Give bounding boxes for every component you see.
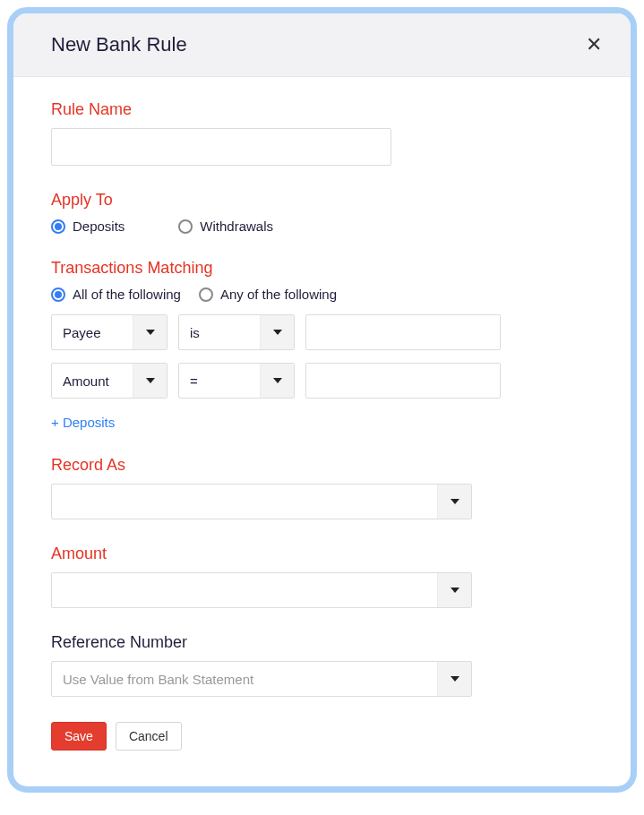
radio-selected-icon bbox=[51, 287, 65, 302]
caret-button bbox=[437, 662, 471, 696]
chevron-down-icon bbox=[146, 378, 155, 383]
criteria-value-input[interactable] bbox=[305, 314, 501, 350]
match-any-radio[interactable]: Any of the following bbox=[199, 287, 337, 302]
match-any-label: Any of the following bbox=[220, 287, 337, 302]
criteria-operator-value: is bbox=[179, 325, 260, 340]
criteria-value-input[interactable] bbox=[305, 363, 501, 399]
rule-name-input[interactable] bbox=[51, 128, 391, 166]
record-as-section: Record As bbox=[51, 456, 593, 519]
chevron-down-icon bbox=[451, 588, 459, 593]
reference-value: Use Value from Bank Statement bbox=[52, 672, 437, 687]
record-as-label: Record As bbox=[51, 456, 593, 475]
match-all-label: All of the following bbox=[73, 287, 181, 302]
criteria-operator-select[interactable]: is bbox=[178, 314, 295, 350]
add-criteria-link[interactable]: + Deposits bbox=[51, 415, 115, 430]
modal-title: New Bank Rule bbox=[51, 33, 187, 56]
criteria-operator-value: = bbox=[179, 373, 260, 389]
modal-body: Rule Name Apply To Deposits Withdrawals … bbox=[13, 77, 631, 786]
button-row: Save Cancel bbox=[51, 722, 593, 751]
apply-to-label: Apply To bbox=[51, 191, 593, 210]
apply-to-deposits-label: Deposits bbox=[73, 219, 125, 234]
reference-select[interactable]: Use Value from Bank Statement bbox=[51, 661, 472, 697]
amount-section: Amount bbox=[51, 545, 593, 608]
radio-unselected-icon bbox=[199, 287, 213, 302]
criteria-operator-select[interactable]: = bbox=[178, 363, 295, 399]
apply-to-deposits-radio[interactable]: Deposits bbox=[51, 219, 125, 234]
chevron-down-icon bbox=[451, 499, 459, 504]
transactions-section: Transactions Matching All of the followi… bbox=[51, 259, 593, 431]
amount-select[interactable] bbox=[51, 572, 472, 608]
caret-button bbox=[437, 485, 471, 519]
rule-name-label: Rule Name bbox=[51, 100, 593, 119]
chevron-down-icon bbox=[146, 330, 155, 335]
record-as-select[interactable] bbox=[51, 484, 472, 519]
criteria-field-value: Payee bbox=[52, 325, 133, 340]
caret-button bbox=[437, 573, 471, 607]
apply-to-withdrawals-radio[interactable]: Withdrawals bbox=[178, 219, 273, 234]
apply-to-radio-group: Deposits Withdrawals bbox=[51, 219, 593, 234]
reference-section: Reference Number Use Value from Bank Sta… bbox=[51, 633, 593, 697]
close-icon: ✕ bbox=[586, 33, 602, 56]
radio-unselected-icon bbox=[178, 219, 193, 234]
radio-selected-icon bbox=[51, 219, 65, 234]
modal-container: New Bank Rule ✕ Rule Name Apply To Depos… bbox=[7, 7, 637, 793]
caret-button bbox=[133, 364, 167, 398]
caret-button bbox=[133, 315, 167, 349]
criteria-row: Amount = bbox=[51, 363, 593, 399]
rule-name-section: Rule Name bbox=[51, 100, 593, 166]
save-button[interactable]: Save bbox=[51, 722, 107, 751]
caret-button bbox=[260, 364, 294, 398]
match-mode-radio-group: All of the following Any of the followin… bbox=[51, 287, 593, 302]
amount-label: Amount bbox=[51, 545, 593, 563]
match-all-radio[interactable]: All of the following bbox=[51, 287, 181, 302]
transactions-label: Transactions Matching bbox=[51, 259, 593, 278]
cancel-button[interactable]: Cancel bbox=[116, 722, 182, 751]
caret-button bbox=[260, 315, 294, 349]
chevron-down-icon bbox=[451, 676, 459, 682]
criteria-field-select[interactable]: Amount bbox=[51, 363, 167, 399]
criteria-field-value: Amount bbox=[52, 373, 133, 389]
close-button[interactable]: ✕ bbox=[582, 30, 605, 60]
apply-to-section: Apply To Deposits Withdrawals bbox=[51, 191, 593, 234]
reference-label: Reference Number bbox=[51, 633, 593, 652]
modal-header: New Bank Rule ✕ bbox=[13, 13, 631, 77]
apply-to-withdrawals-label: Withdrawals bbox=[200, 219, 273, 234]
chevron-down-icon bbox=[273, 378, 282, 383]
criteria-field-select[interactable]: Payee bbox=[51, 314, 167, 350]
chevron-down-icon bbox=[273, 330, 282, 335]
criteria-row: Payee is bbox=[51, 314, 593, 350]
